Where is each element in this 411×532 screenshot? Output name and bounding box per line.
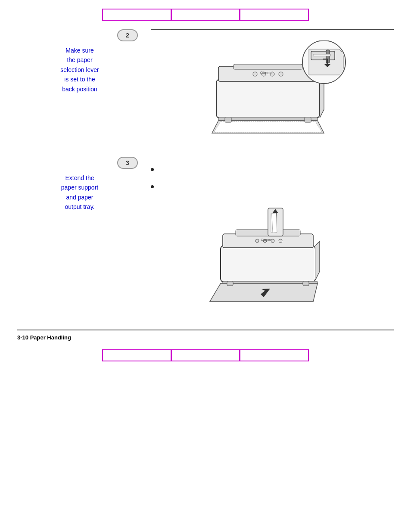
svg-text:Canon: Canon bbox=[261, 238, 271, 242]
step2-left: 2 Make sure the paper selection lever is… bbox=[17, 29, 151, 140]
bullet-item-2 bbox=[151, 183, 394, 188]
step2-printer-area: Canon bbox=[151, 36, 394, 140]
svg-rect-29 bbox=[303, 281, 309, 286]
svg-rect-16 bbox=[221, 246, 315, 282]
nav-btn-1[interactable] bbox=[102, 9, 171, 21]
page-footer: 3-10 Paper Handling bbox=[17, 330, 394, 341]
svg-point-5 bbox=[279, 72, 283, 76]
step3-section: 3 Extend the paper support and paper out… bbox=[17, 157, 394, 312]
bullet-dot-1 bbox=[151, 168, 154, 171]
bullet-item-1 bbox=[151, 166, 394, 171]
step3-divider bbox=[151, 157, 394, 157]
step3-printer-svg: Canon bbox=[197, 205, 348, 312]
nav-btn-2[interactable] bbox=[171, 9, 240, 21]
nav-btn-bottom-2[interactable] bbox=[171, 349, 240, 361]
page-container: 2 Make sure the paper selection lever is… bbox=[0, 0, 411, 532]
nav-btn-3[interactable] bbox=[240, 9, 309, 21]
svg-rect-15 bbox=[313, 54, 330, 56]
bullet-dot-2 bbox=[151, 185, 154, 188]
svg-point-2 bbox=[253, 72, 257, 76]
svg-rect-6 bbox=[218, 117, 318, 121]
step3-badge: 3 bbox=[117, 157, 138, 169]
step3-printer-area: Canon bbox=[151, 200, 394, 312]
svg-point-21 bbox=[279, 239, 282, 243]
step2-divider bbox=[151, 29, 394, 30]
svg-rect-27 bbox=[272, 213, 277, 233]
nav-bar-bottom bbox=[17, 349, 394, 361]
step3-instruction: Extend the paper support and paper outpu… bbox=[61, 173, 103, 212]
step3-bullets bbox=[151, 164, 394, 200]
nav-btn-bottom-1[interactable] bbox=[102, 349, 171, 361]
step3-right: Canon bbox=[151, 157, 394, 312]
step2-section: 2 Make sure the paper selection lever is… bbox=[17, 29, 394, 140]
nav-bar-top bbox=[17, 9, 394, 21]
nav-btn-bottom-3[interactable] bbox=[240, 349, 309, 361]
svg-point-20 bbox=[271, 239, 274, 243]
svg-rect-0 bbox=[216, 79, 320, 118]
svg-rect-7 bbox=[234, 64, 302, 69]
step2-badge: 2 bbox=[117, 29, 138, 41]
step2-right: Canon bbox=[151, 29, 394, 140]
svg-rect-9 bbox=[225, 117, 231, 122]
svg-rect-28 bbox=[227, 281, 233, 286]
step2-printer-svg: Canon bbox=[190, 40, 354, 140]
svg-text:Canon: Canon bbox=[260, 71, 272, 75]
svg-point-18 bbox=[255, 239, 259, 243]
svg-rect-10 bbox=[305, 117, 311, 122]
footer-label: 3-10 Paper Handling bbox=[17, 334, 71, 341]
step3-left: 3 Extend the paper support and paper out… bbox=[17, 157, 151, 312]
step2-instruction: Make sure the paper selection lever is s… bbox=[60, 46, 103, 94]
